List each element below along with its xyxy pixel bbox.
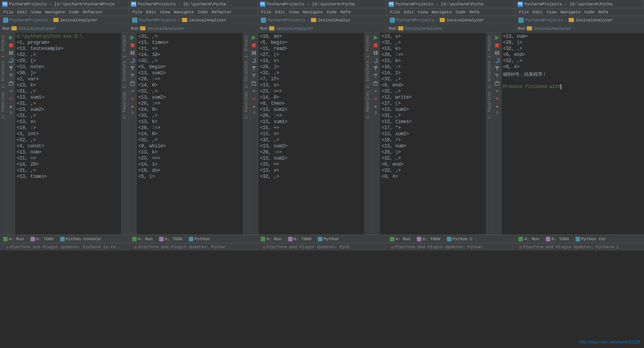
menu-code-5[interactable]: Code xyxy=(582,10,596,14)
trash-btn-3[interactable] xyxy=(250,80,257,87)
todo-tab-1[interactable]: 6: TODO xyxy=(27,235,57,243)
project-tab-1[interactable]: 1: Project xyxy=(1,34,5,59)
star-btn-3[interactable]: ★ xyxy=(250,103,257,110)
favorites-tab-3[interactable]: 2: Favorites xyxy=(244,90,249,120)
rerun-btn-2[interactable] xyxy=(129,57,136,64)
structure-tab-3[interactable]: 2: Structure xyxy=(244,59,249,90)
todo-tab-3[interactable]: 6: TODO xyxy=(285,235,315,243)
menu-code-1[interactable]: Code xyxy=(67,10,81,14)
help-btn-5[interactable]: ? xyxy=(494,110,501,117)
breadcrumb-file-4[interactable]: lexicalAnalyzer xyxy=(446,18,484,22)
run-btn-2[interactable] xyxy=(129,34,136,41)
structure-tab-4[interactable]: 2: Structure xyxy=(366,59,370,90)
python-tab-4[interactable]: Python C xyxy=(444,235,476,243)
breadcrumb-file-3[interactable]: lexicalAnalyz xyxy=(318,18,351,22)
run-tab-3[interactable]: 4: Run xyxy=(258,235,285,243)
chevron-btn-5[interactable] xyxy=(494,88,501,94)
scroll-btn-2[interactable] xyxy=(129,72,136,79)
help-btn-3[interactable]: ? xyxy=(250,110,257,117)
menu-file-1[interactable]: File xyxy=(2,10,15,14)
star-btn-4[interactable]: ★ xyxy=(372,103,379,110)
breadcrumb-project-4[interactable]: PycharmProjects xyxy=(397,18,434,22)
menu-view-4[interactable]: View xyxy=(416,10,430,14)
python-tab-5[interactable]: Python Cor xyxy=(572,235,610,243)
favorites-tab-1[interactable]: 2: Favorites xyxy=(1,90,5,120)
filter-btn-4[interactable] xyxy=(372,65,379,72)
chevron-btn-3[interactable] xyxy=(250,88,257,94)
breadcrumb-file-5[interactable]: lexicalAnalyzer xyxy=(575,18,613,22)
menu-view-5[interactable]: View xyxy=(545,10,558,14)
run-file-5[interactable]: lexicalAnalyzer xyxy=(534,26,571,31)
close-btn-5[interactable]: ✕ xyxy=(494,95,501,102)
close-btn-3[interactable]: ✕ xyxy=(250,95,257,102)
filter-btn-3[interactable] xyxy=(250,65,257,72)
run-btn-1[interactable] xyxy=(8,34,14,41)
breadcrumb-project-2[interactable]: PycharmProjects xyxy=(139,18,177,22)
close-btn-4[interactable]: ✕ xyxy=(372,95,379,102)
python-tab-3[interactable]: Python xyxy=(315,235,342,243)
menu-edit-5[interactable]: Edit xyxy=(531,10,545,14)
breadcrumb-project-5[interactable]: PycharmProjects xyxy=(525,18,563,22)
stop-btn-4[interactable] xyxy=(372,42,379,49)
menu-navigate-5[interactable]: Navigate xyxy=(559,10,583,14)
breadcrumb-file-1[interactable]: lexicalAnalyzer xyxy=(60,18,98,22)
filter-btn-2[interactable] xyxy=(129,65,136,72)
filter-btn-1[interactable] xyxy=(8,65,14,72)
run-file-2[interactable]: lexicalAnalyzer xyxy=(147,26,185,31)
chevron-btn-1[interactable] xyxy=(8,88,14,94)
project-tab-4[interactable]: 1: Project xyxy=(366,34,370,59)
trash-btn-5[interactable] xyxy=(494,80,501,87)
menu-refactor-2[interactable]: Refactor xyxy=(210,10,234,14)
run-tab-2[interactable]: 4: Run xyxy=(129,235,156,243)
run-file-4[interactable]: lexicalAnalyzer xyxy=(405,26,443,31)
close-btn-2[interactable]: ✕ xyxy=(129,95,136,102)
rerun-btn-3[interactable] xyxy=(250,57,257,64)
help-btn-2[interactable]: ? xyxy=(129,110,136,117)
todo-tab-2[interactable]: 6: TODO xyxy=(156,235,186,243)
run-btn-3[interactable] xyxy=(250,34,257,41)
help-btn-1[interactable]: ? xyxy=(8,110,14,117)
run-file-1[interactable]: lexicalAnalyzer xyxy=(18,26,56,31)
favorites-tab-5[interactable]: 2: Favorites xyxy=(488,90,492,120)
run-tab-5[interactable]: 4: Run xyxy=(515,235,543,243)
trash-btn-2[interactable] xyxy=(129,80,136,87)
menu-view-3[interactable]: View xyxy=(287,10,301,14)
python-tab-1[interactable]: Python Console xyxy=(57,235,104,243)
structure-tab-1[interactable]: 2: Structure xyxy=(1,59,5,90)
menu-code-3[interactable]: Code xyxy=(325,10,338,14)
pause-btn-1[interactable] xyxy=(8,49,14,56)
trash-btn-1[interactable] xyxy=(8,80,14,87)
todo-tab-4[interactable]: 6: TODO xyxy=(414,235,443,243)
menu-refa-4[interactable]: Refa xyxy=(467,10,481,14)
menu-navigate-3[interactable]: Navigate xyxy=(301,10,325,14)
run-tab-4[interactable]: 4: Run xyxy=(387,235,414,243)
project-tab-5[interactable]: 1: Project xyxy=(488,34,492,59)
menu-file-2[interactable]: File xyxy=(131,10,144,14)
menu-code-4[interactable]: Code xyxy=(454,10,467,14)
python-tab-2[interactable]: Python xyxy=(186,235,213,243)
favorites-tab-4[interactable]: 2: Favorites xyxy=(366,90,370,120)
rerun-btn-5[interactable] xyxy=(494,57,501,64)
menu-edit-3[interactable]: Edit xyxy=(273,10,287,14)
pause-btn-4[interactable] xyxy=(372,49,379,56)
filter-btn-5[interactable] xyxy=(494,65,501,72)
chevron-btn-2[interactable] xyxy=(129,88,136,94)
star-btn-1[interactable]: ★ xyxy=(8,103,14,110)
menu-navigate-4[interactable]: Navigate xyxy=(430,10,454,14)
run-btn-5[interactable] xyxy=(494,34,501,41)
run-tab-1[interactable]: 4: Run xyxy=(0,235,27,243)
menu-file-4[interactable]: File xyxy=(388,10,402,14)
stop-btn-5[interactable] xyxy=(494,42,501,49)
menu-file-5[interactable]: File xyxy=(517,10,531,14)
menu-code-2[interactable]: Code xyxy=(196,10,210,14)
scroll-btn-4[interactable] xyxy=(372,72,379,79)
chevron-btn-4[interactable] xyxy=(372,88,379,94)
todo-tab-5[interactable]: 6: TODO xyxy=(543,235,572,243)
menu-refa-5[interactable]: Refa xyxy=(596,10,610,14)
close-btn-1[interactable]: ✕ xyxy=(8,95,14,102)
breadcrumb-file-2[interactable]: lexicalAnalyzer xyxy=(189,18,226,22)
scroll-btn-1[interactable] xyxy=(8,72,14,79)
menu-edit-4[interactable]: Edit xyxy=(402,10,416,14)
stop-btn-1[interactable] xyxy=(8,42,14,49)
pause-btn-5[interactable] xyxy=(494,49,501,56)
